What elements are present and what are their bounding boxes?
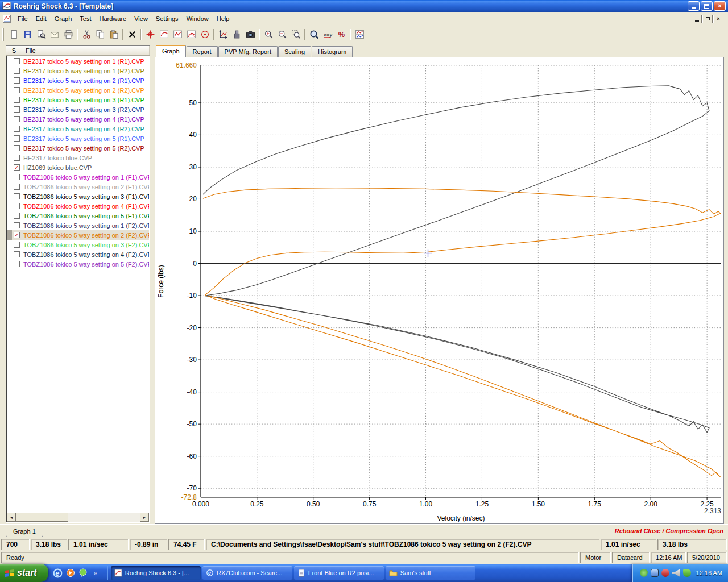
file-checkbox[interactable] bbox=[14, 184, 20, 190]
toolbar-button-zoom-out[interactable] bbox=[275, 28, 289, 41]
file-row[interactable]: TOBZ1086 tokico 5 way setting on 3 (F1).… bbox=[7, 192, 149, 201]
toolbar-button-print[interactable] bbox=[61, 28, 75, 41]
row-selector[interactable] bbox=[7, 192, 12, 201]
mdi-restore-button[interactable] bbox=[702, 15, 713, 23]
file-row[interactable]: TOBZ1086 tokico 5 way setting on 1 (F1).… bbox=[7, 172, 149, 182]
internet-explorer-icon[interactable]: e bbox=[53, 568, 63, 578]
file-checkbox[interactable] bbox=[14, 135, 20, 142]
toolbar-button-chart-pane[interactable] bbox=[353, 28, 366, 41]
file-checkbox[interactable] bbox=[14, 68, 20, 74]
row-selector[interactable] bbox=[7, 201, 12, 211]
mdi-minimize-button[interactable] bbox=[692, 15, 702, 23]
menu-test[interactable]: Test bbox=[76, 13, 95, 25]
toolbar-button-percent[interactable]: % bbox=[334, 28, 348, 41]
toolbar-button-export[interactable] bbox=[48, 28, 61, 41]
file-checkbox[interactable] bbox=[14, 106, 20, 113]
toolbar-button-cut[interactable] bbox=[80, 28, 93, 41]
file-row[interactable]: BE2317 tokico 5 way setting on 3 (R1).CV… bbox=[7, 95, 149, 105]
row-selector[interactable] bbox=[7, 240, 12, 250]
taskbar-window-folder[interactable]: Sam's stuff bbox=[386, 566, 475, 580]
row-selector[interactable] bbox=[7, 105, 12, 114]
file-checkbox[interactable] bbox=[14, 58, 20, 64]
row-selector[interactable] bbox=[7, 182, 12, 192]
file-checkbox[interactable] bbox=[14, 213, 20, 219]
row-selector[interactable] bbox=[7, 259, 12, 269]
toolbar-grip[interactable] bbox=[2, 28, 4, 41]
menu-edit[interactable]: Edit bbox=[32, 13, 51, 25]
file-checkbox[interactable] bbox=[14, 116, 20, 122]
row-selector[interactable] bbox=[7, 85, 12, 95]
menu-settings[interactable]: Settings bbox=[152, 13, 183, 25]
tab-histogram[interactable]: Histogram bbox=[312, 46, 353, 57]
media-player-icon[interactable] bbox=[65, 568, 76, 578]
row-selector[interactable] bbox=[7, 250, 12, 259]
toolbar-button-delete[interactable] bbox=[125, 28, 139, 41]
row-selector[interactable] bbox=[7, 172, 12, 182]
file-checkbox[interactable] bbox=[14, 242, 20, 248]
file-checkbox[interactable] bbox=[14, 155, 20, 161]
file-row[interactable]: BE2317 tokico 5 way setting on 1 (R1).CV… bbox=[7, 56, 149, 66]
file-row[interactable]: BE2317 tokico 5 way setting on 3 (R2).CV… bbox=[7, 105, 149, 114]
file-checkbox[interactable] bbox=[14, 174, 20, 180]
file-checkbox[interactable] bbox=[14, 251, 20, 257]
taskbar-window-browser[interactable]: e RX7Club.com - Searc... bbox=[202, 566, 292, 580]
volume-icon[interactable] bbox=[672, 569, 680, 577]
row-selector[interactable] bbox=[7, 114, 12, 124]
file-checkbox[interactable] bbox=[14, 261, 20, 267]
scroll-thumb[interactable] bbox=[16, 513, 68, 522]
taskbar-window-roehrig[interactable]: Roehrig Shock 6.3 - [... bbox=[111, 566, 201, 580]
toolbar-button-new[interactable] bbox=[7, 28, 20, 41]
file-checkbox[interactable] bbox=[14, 222, 20, 228]
toolbar-button-camera[interactable] bbox=[243, 28, 257, 41]
toolbar-button-axis-arrows[interactable] bbox=[216, 28, 230, 41]
file-row[interactable]: TOBZ1086 tokico 5 way setting on 5 (F2).… bbox=[7, 259, 149, 269]
messenger-tray-icon[interactable] bbox=[683, 569, 691, 577]
tab-scaling[interactable]: Scaling bbox=[278, 46, 311, 57]
file-row[interactable]: TOBZ1086 tokico 5 way setting on 4 (F2).… bbox=[7, 250, 149, 259]
file-checkbox[interactable] bbox=[14, 203, 20, 209]
force-velocity-chart[interactable]: 50403020100-10-20-30-40-50-60-7061.660-7… bbox=[155, 57, 723, 523]
row-selector[interactable] bbox=[7, 134, 12, 143]
file-checkbox[interactable] bbox=[14, 193, 20, 199]
file-row[interactable]: TOBZ1086 tokico 5 way setting on 5 (F1).… bbox=[7, 211, 149, 221]
file-row[interactable]: BE2317 tokico 5 way setting on 4 (R2).CV… bbox=[7, 124, 149, 134]
file-checkbox[interactable] bbox=[14, 87, 20, 93]
file-row[interactable]: TOBZ1086 tokico 5 way setting on 4 (F1).… bbox=[7, 201, 149, 211]
messenger-icon[interactable] bbox=[78, 568, 88, 578]
file-row[interactable]: BE2317 tokico 5 way setting on 2 (R1).CV… bbox=[7, 76, 149, 85]
close-button[interactable]: × bbox=[714, 1, 726, 11]
file-checkbox[interactable] bbox=[14, 126, 20, 132]
toolbar-button-zoom-data[interactable] bbox=[307, 28, 321, 41]
scroll-track[interactable] bbox=[68, 513, 140, 522]
menu-file[interactable]: File bbox=[14, 13, 32, 25]
toolbar-button-damper[interactable] bbox=[230, 28, 243, 41]
row-selector[interactable] bbox=[7, 211, 12, 221]
file-row[interactable]: ✓TOBZ1086 tokico 5 way setting on 2 (F2)… bbox=[7, 230, 149, 240]
file-row[interactable]: HE2317 tokico blue.CVP bbox=[7, 153, 149, 163]
file-checkbox[interactable] bbox=[14, 97, 20, 103]
toolbar-button-copy[interactable] bbox=[93, 28, 107, 41]
start-button[interactable]: start bbox=[0, 564, 48, 582]
tab-report[interactable]: Report bbox=[187, 46, 218, 57]
file-checkbox[interactable] bbox=[14, 77, 20, 84]
scroll-left-button[interactable]: ◄ bbox=[7, 513, 16, 522]
row-selector[interactable] bbox=[7, 66, 12, 76]
file-row[interactable]: TOBZ1086 tokico 5 way setting on 1 (F2).… bbox=[7, 221, 149, 230]
toolbar-grip-end[interactable] bbox=[370, 28, 371, 41]
column-header-s[interactable]: S bbox=[6, 46, 22, 55]
file-row[interactable]: BE2317 tokico 5 way setting on 5 (R2).CV… bbox=[7, 143, 149, 153]
quick-launch-chevron[interactable]: » bbox=[90, 568, 101, 578]
row-selector[interactable] bbox=[7, 163, 12, 172]
row-selector[interactable] bbox=[7, 143, 12, 153]
toolbar-button-zoom-window[interactable] bbox=[289, 28, 303, 41]
file-row[interactable]: BE2317 tokico 5 way setting on 5 (R1).CV… bbox=[7, 134, 149, 143]
chart-area[interactable]: 50403020100-10-20-30-40-50-60-7061.660-7… bbox=[155, 57, 724, 524]
mdi-close-button[interactable]: × bbox=[713, 15, 723, 23]
file-row[interactable]: TOBZ1086 tokico 5 way setting on 3 (F2).… bbox=[7, 240, 149, 250]
row-selector[interactable] bbox=[7, 56, 12, 66]
row-selector[interactable] bbox=[7, 95, 12, 105]
file-row[interactable]: BE2317 tokico 5 way setting on 2 (R2).CV… bbox=[7, 85, 149, 95]
antivirus-icon[interactable] bbox=[661, 569, 669, 577]
update-shield-icon[interactable] bbox=[640, 569, 648, 577]
row-selector[interactable] bbox=[7, 124, 12, 134]
